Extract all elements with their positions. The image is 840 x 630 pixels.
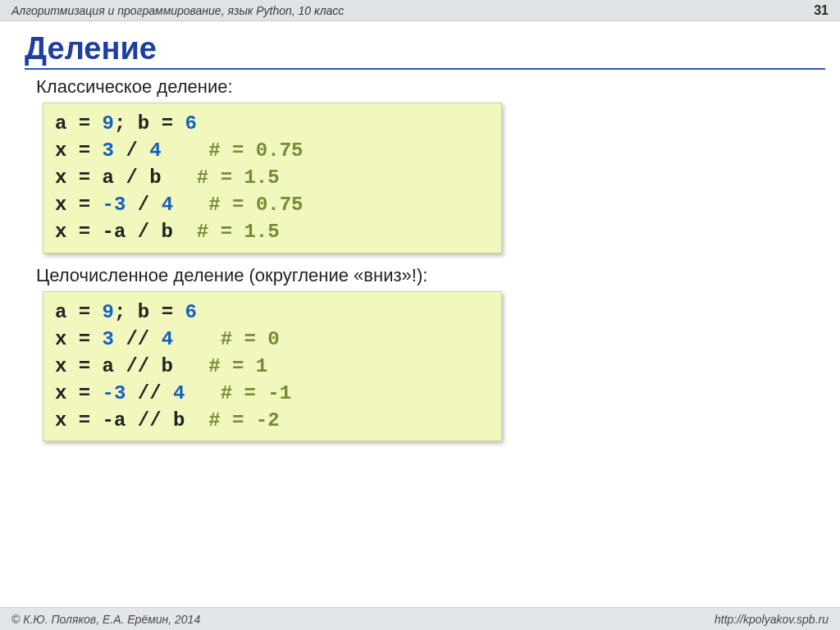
code-line: x = 3 / 4 # = 0.75 [55, 137, 490, 164]
code-block-1: a = 9; b = 6 x = 3 / 4 # = 0.75 x = a / … [43, 103, 502, 253]
slide-title: Деление [25, 31, 825, 70]
page-number: 31 [814, 3, 829, 18]
code-line: x = 3 // 4 # = 0 [55, 326, 490, 353]
course-title: Алгоритмизация и программирование, язык … [11, 4, 344, 17]
code-block-2: a = 9; b = 6 x = 3 // 4 # = 0 x = a // b… [43, 291, 502, 442]
code-line: x = -3 // 4 # = -1 [55, 380, 490, 407]
footer-url: http://kpolyakov.spb.ru [714, 613, 829, 626]
slide-page: Алгоритмизация и программирование, язык … [0, 0, 840, 630]
code-line: x = -3 / 4 # = 0.75 [55, 191, 490, 218]
copyright-text: © К.Ю. Поляков, Е.А. Ерёмин, 2014 [11, 613, 200, 626]
code-line: x = -a / b # = 1.5 [55, 218, 490, 245]
code-line: x = a // b # = 1 [55, 353, 490, 380]
footer-bar: © К.Ю. Поляков, Е.А. Ерёмин, 2014 http:/… [0, 607, 840, 630]
code-line: a = 9; b = 6 [55, 299, 490, 326]
code-line: x = -a // b # = -2 [55, 407, 490, 434]
main-content: Деление Классическое деление: a = 9; b =… [0, 21, 840, 607]
header-bar: Алгоритмизация и программирование, язык … [0, 0, 840, 21]
code-line: a = 9; b = 6 [55, 110, 490, 137]
section1-label: Классическое деление: [36, 76, 820, 98]
section2-label: Целочисленное деление (округление «вниз»… [36, 265, 820, 286]
code-line: x = a / b # = 1.5 [55, 164, 490, 191]
